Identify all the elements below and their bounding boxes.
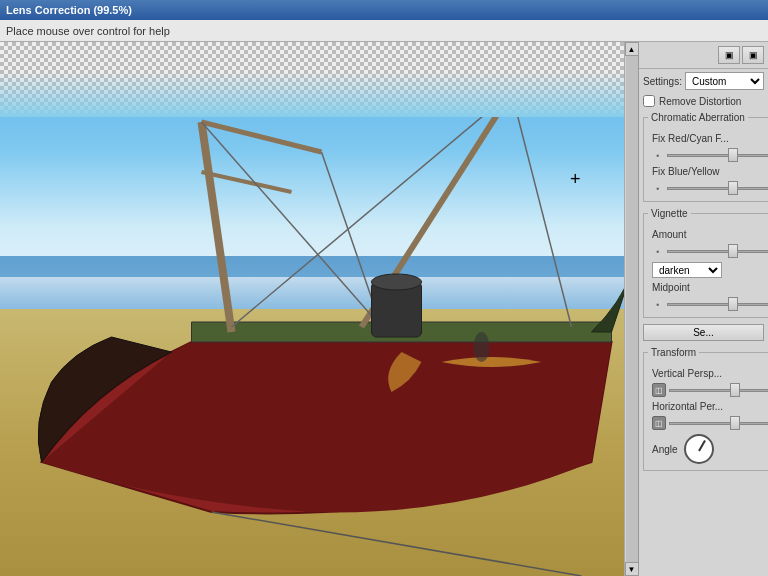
fix-red-cyan-slider[interactable] — [667, 154, 768, 157]
red-left-icon: ▪ — [652, 151, 664, 160]
vertical-perspective-icon: ◫ — [652, 383, 666, 397]
svg-line-0 — [202, 122, 232, 332]
vignette-amount-slider-row: ▪ ▪ — [648, 242, 768, 260]
horizontal-perspective-icon: ◫ — [652, 416, 666, 430]
angle-row: Angle — [648, 432, 768, 466]
vignette-amount-slider[interactable] — [667, 250, 768, 253]
transparency-mask — [0, 42, 638, 117]
svg-line-8 — [212, 512, 582, 576]
scroll-down-btn[interactable]: ▼ — [625, 562, 639, 576]
vertical-perspective-slider-row: ◫ — [648, 381, 768, 399]
fix-blue-yellow-slider[interactable] — [667, 187, 768, 190]
canvas-scrollbar-vertical[interactable]: ▲ ▼ — [624, 42, 638, 576]
settings-dropdown[interactable]: Custom Default Previous Correction — [685, 72, 764, 90]
crosshair-cursor: + — [570, 170, 581, 188]
title-bar: Lens Correction (99.5%) — [0, 0, 768, 20]
vignette-midpoint-slider-row: ▪ ▪ — [648, 295, 768, 313]
save-button[interactable]: Se... — [643, 324, 764, 341]
svg-line-7 — [512, 92, 572, 327]
angle-dial[interactable] — [684, 434, 714, 464]
hint-text: Place mouse over control for help — [6, 25, 170, 37]
svg-point-10 — [372, 274, 422, 290]
horizontal-perspective-label-row: Horizontal Per... — [648, 399, 768, 414]
scroll-track-v[interactable] — [626, 56, 638, 562]
vignette-title: Vignette — [648, 208, 691, 219]
svg-line-2 — [202, 122, 322, 152]
scroll-up-btn[interactable]: ▲ — [625, 42, 639, 56]
photo-image — [0, 42, 638, 576]
blue-left-icon: ▪ — [652, 184, 664, 193]
horizontal-perspective-label: Horizontal Per... — [652, 401, 723, 412]
vignette-left-icon: ▪ — [652, 247, 664, 256]
angle-label: Angle — [652, 444, 678, 455]
vignette-amount-label: Amount — [652, 229, 686, 240]
remove-distortion-row: Remove Distortion — [639, 93, 768, 109]
fix-red-cyan-label: Fix Red/Cyan F... — [652, 133, 729, 144]
horizontal-perspective-slider-row: ◫ — [648, 414, 768, 432]
vignette-style-select[interactable]: darken lighten — [652, 262, 722, 278]
fix-red-cyan-slider-row: ▪ ▪ — [648, 146, 768, 164]
hint-bar: Place mouse over control for help — [0, 20, 768, 42]
svg-point-11 — [474, 332, 490, 362]
vertical-perspective-label: Vertical Persp... — [652, 368, 722, 379]
vignette-midpoint-label-row: Midpoint — [648, 280, 768, 295]
vignette-style-row: darken lighten — [648, 260, 768, 280]
right-panel: ▣ ▣ Settings: Custom Default Previous Co… — [638, 42, 768, 576]
fix-blue-yellow-label: Fix Blue/Yellow — [652, 166, 719, 177]
chromatic-aberration-title: Chromatic Aberration — [648, 112, 748, 123]
vertical-perspective-slider[interactable] — [669, 389, 768, 392]
transform-section: Transform Vertical Persp... ◫ Horizontal… — [643, 347, 768, 471]
boat-svg — [0, 42, 638, 576]
main-container: + ▲ ▼ ▣ ▣ Settings: Custom Default Previ… — [0, 42, 768, 576]
transform-title: Transform — [648, 347, 699, 358]
vertical-perspective-label-row: Vertical Persp... — [648, 366, 768, 381]
remove-distortion-label: Remove Distortion — [659, 96, 741, 107]
remove-distortion-checkbox[interactable] — [643, 95, 655, 107]
fix-blue-yellow-slider-row: ▪ ▪ — [648, 179, 768, 197]
fix-red-cyan-row: Fix Red/Cyan F... — [648, 131, 768, 146]
settings-row: Settings: Custom Default Previous Correc… — [639, 69, 768, 93]
canvas-area: + ▲ ▼ — [0, 42, 638, 576]
vignette-midpoint-label: Midpoint — [652, 282, 690, 293]
vignette-amount-label-row: Amount — [648, 227, 768, 242]
canvas-scroll-area[interactable]: + ▲ ▼ — [0, 42, 638, 576]
title-text: Lens Correction (99.5%) — [6, 4, 132, 16]
settings-label: Settings: — [643, 76, 682, 87]
view-button-2[interactable]: ▣ — [742, 46, 764, 64]
view-button-1[interactable]: ▣ — [718, 46, 740, 64]
vignette-midpoint-slider[interactable] — [667, 303, 768, 306]
midpoint-left-icon: ▪ — [652, 300, 664, 309]
panel-top-buttons: ▣ ▣ — [639, 42, 768, 69]
angle-needle — [698, 440, 706, 451]
fix-blue-yellow-row: Fix Blue/Yellow — [648, 164, 768, 179]
horizontal-perspective-slider[interactable] — [669, 422, 768, 425]
vignette-section: Vignette Amount ▪ ▪ darken lighten Midpo… — [643, 208, 768, 318]
chromatic-aberration-section: Chromatic Aberration Fix Red/Cyan F... ▪… — [643, 112, 768, 202]
